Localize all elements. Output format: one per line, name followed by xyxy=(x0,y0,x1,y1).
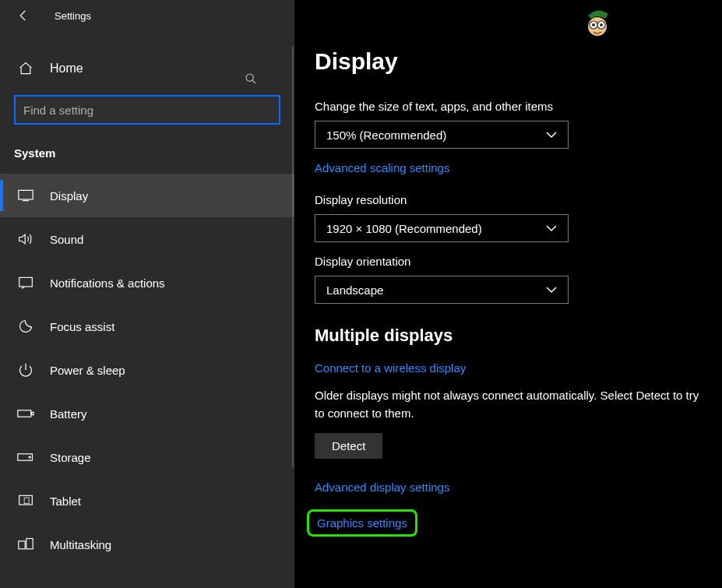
display-icon xyxy=(17,189,34,202)
battery-icon xyxy=(17,408,34,419)
sidebar-item-multitasking[interactable]: Multitasking xyxy=(0,523,294,566)
sidebar-item-notifications[interactable]: Notifications & actions xyxy=(0,261,294,305)
advanced-display-settings-link[interactable]: Advanced display settings xyxy=(315,481,449,494)
multiple-displays-header: Multiple displays xyxy=(315,326,703,346)
connect-wireless-display-link[interactable]: Connect to a wireless display xyxy=(315,361,466,375)
svg-point-11 xyxy=(588,17,607,36)
tablet-icon xyxy=(17,494,34,508)
advanced-scaling-link[interactable]: Advanced scaling settings xyxy=(315,161,449,174)
svg-point-14 xyxy=(592,23,595,26)
sidebar-item-sound[interactable]: Sound xyxy=(0,217,294,261)
sidebar-item-tablet[interactable]: Tablet xyxy=(0,479,294,523)
storage-icon xyxy=(17,452,34,463)
resolution-dropdown[interactable]: 1920 × 1080 (Recommended) xyxy=(315,214,569,242)
home-label: Home xyxy=(50,62,83,76)
sidebar-item-power-sleep[interactable]: Power & sleep xyxy=(0,348,294,392)
sidebar-item-label: Multitasking xyxy=(50,538,111,551)
back-button[interactable] xyxy=(8,0,39,31)
svg-point-12 xyxy=(590,21,597,29)
svg-rect-9 xyxy=(19,541,25,549)
graphics-settings-link[interactable]: Graphics settings xyxy=(317,516,407,530)
svg-rect-1 xyxy=(19,190,33,199)
sidebar-item-battery[interactable]: Battery xyxy=(0,392,294,435)
svg-rect-10 xyxy=(26,539,33,549)
mascot-icon xyxy=(582,8,613,39)
category-header: System xyxy=(0,143,294,174)
notifications-icon xyxy=(17,276,34,290)
scale-value: 150% (Recommended) xyxy=(326,129,446,142)
main-content: Display Change the size of text, apps, a… xyxy=(294,0,722,588)
chevron-down-icon xyxy=(546,224,557,232)
svg-rect-3 xyxy=(18,410,31,417)
svg-rect-4 xyxy=(32,412,34,414)
detect-button[interactable]: Detect xyxy=(315,433,382,459)
chevron-down-icon xyxy=(546,131,557,139)
sound-icon xyxy=(17,232,34,246)
app-title: Settings xyxy=(55,10,91,22)
resolution-label: Display resolution xyxy=(315,193,703,206)
multitasking-icon xyxy=(17,537,34,551)
sidebar-item-label: Battery xyxy=(50,407,87,421)
search-wrap xyxy=(14,95,280,125)
sidebar-item-display[interactable]: Display xyxy=(0,174,294,217)
svg-point-6 xyxy=(29,456,30,458)
home-button[interactable]: Home xyxy=(0,50,294,87)
svg-point-13 xyxy=(597,21,605,29)
titlebar: Settings xyxy=(0,0,294,31)
sidebar-item-label: Sound xyxy=(50,233,83,246)
sidebar-item-label: Storage xyxy=(50,451,91,464)
scale-dropdown[interactable]: 150% (Recommended) xyxy=(315,121,569,149)
nav-list: Display Sound Notifications & actions Fo… xyxy=(0,174,294,566)
svg-rect-8 xyxy=(24,498,29,504)
sidebar-item-label: Focus assist xyxy=(50,320,114,333)
graphics-settings-highlight: Graphics settings xyxy=(307,509,417,537)
svg-point-15 xyxy=(600,23,603,26)
sidebar-item-storage[interactable]: Storage xyxy=(0,435,294,479)
sidebar-item-label: Display xyxy=(50,189,88,202)
arrow-left-icon xyxy=(16,9,30,23)
orientation-value: Landscape xyxy=(326,283,383,297)
home-icon xyxy=(17,61,34,76)
page-title: Display xyxy=(315,48,703,75)
sidebar: Settings Home System Display Sound xyxy=(0,0,294,588)
power-icon xyxy=(17,362,34,378)
sidebar-item-label: Tablet xyxy=(50,495,81,508)
sidebar-item-label: Power & sleep xyxy=(50,364,125,377)
sidebar-item-focus-assist[interactable]: Focus assist xyxy=(0,305,294,348)
resolution-value: 1920 × 1080 (Recommended) xyxy=(326,222,482,235)
sidebar-item-label: Notifications & actions xyxy=(50,276,165,290)
orientation-dropdown[interactable]: Landscape xyxy=(315,276,569,304)
detect-description: Older displays might not always connect … xyxy=(315,387,703,422)
svg-rect-2 xyxy=(19,277,33,287)
sidebar-scrollbar[interactable] xyxy=(292,47,294,467)
search-input[interactable] xyxy=(14,95,280,125)
chevron-down-icon xyxy=(546,286,557,294)
focus-assist-icon xyxy=(17,319,34,334)
scale-label: Change the size of text, apps, and other… xyxy=(315,100,703,113)
orientation-label: Display orientation xyxy=(315,255,703,268)
